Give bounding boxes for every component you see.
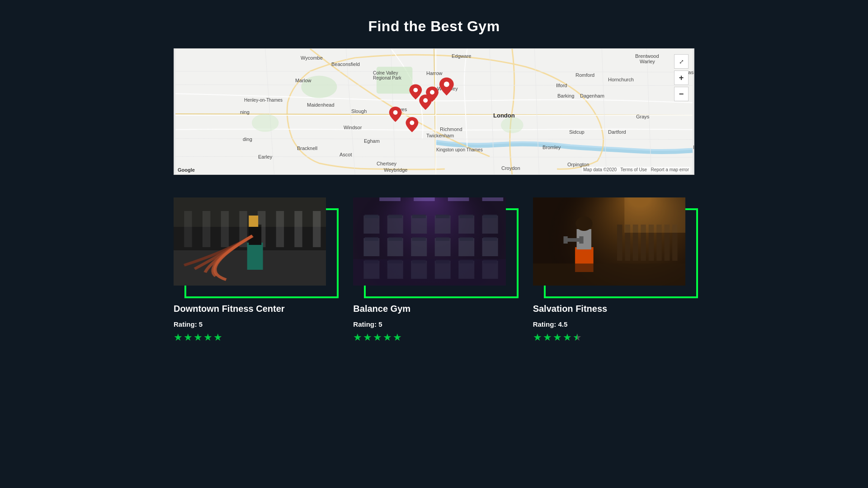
gym-name-3: Salvation Fitness bbox=[533, 304, 694, 314]
gym-info-1: Downtown Fitness Center Rating: 5 ★ ★ ★ … bbox=[174, 295, 335, 343]
gym-image-2 bbox=[353, 197, 505, 286]
gyms-grid: Downtown Fitness Center Rating: 5 ★ ★ ★ … bbox=[174, 197, 694, 343]
gym-image-wrapper-3 bbox=[533, 197, 694, 295]
gym-image-3 bbox=[533, 197, 685, 286]
svg-point-4 bbox=[301, 76, 337, 99]
gym-image-wrapper-1 bbox=[174, 197, 335, 295]
gym-star-3-5: ★ bbox=[573, 332, 582, 343]
map-google-logo: Google bbox=[178, 167, 195, 173]
gym-info-2: Balance Gym Rating: 5 ★ ★ ★ ★ ★ bbox=[353, 295, 514, 343]
gym-star-2-3: ★ bbox=[373, 332, 382, 343]
map-expand-button[interactable]: ⤢ bbox=[674, 54, 689, 69]
gym-star-2-5: ★ bbox=[393, 332, 402, 343]
gym-stars-1: ★ ★ ★ ★ ★ bbox=[174, 332, 335, 343]
gym-star-1-3: ★ bbox=[193, 332, 203, 343]
gym-rating-text-2: Rating: 5 bbox=[353, 320, 514, 328]
gym-star-1-5: ★ bbox=[213, 332, 222, 343]
gym-card-1[interactable]: Downtown Fitness Center Rating: 5 ★ ★ ★ … bbox=[174, 197, 335, 343]
gym-image-1 bbox=[174, 197, 326, 286]
gym-star-2-4: ★ bbox=[383, 332, 392, 343]
gym-star-3-2: ★ bbox=[543, 332, 552, 343]
gym-star-1-1: ★ bbox=[174, 332, 183, 343]
svg-point-6 bbox=[501, 117, 524, 133]
gym-stars-2: ★ ★ ★ ★ ★ bbox=[353, 332, 514, 343]
svg-rect-3 bbox=[377, 67, 412, 94]
gym-card-2[interactable]: Balance Gym Rating: 5 ★ ★ ★ ★ ★ bbox=[353, 197, 514, 343]
map-container: Wycombe Beaconsfield Edgware Brentwood W… bbox=[174, 48, 694, 175]
gym-info-3: Salvation Fitness Rating: 4.5 ★ ★ ★ ★ ★ bbox=[533, 295, 694, 343]
gym-star-1-2: ★ bbox=[184, 332, 193, 343]
gym-name-2: Balance Gym bbox=[353, 304, 514, 314]
gym-star-3-1: ★ bbox=[533, 332, 542, 343]
gym-name-1: Downtown Fitness Center bbox=[174, 304, 335, 314]
page-title: Find the Best Gym bbox=[0, 0, 868, 48]
gym-star-3-3: ★ bbox=[553, 332, 562, 343]
map-attribution: Map data ©2020 Terms of Use Report a map… bbox=[582, 167, 690, 173]
map-zoom-out-button[interactable]: − bbox=[674, 87, 689, 101]
svg-point-5 bbox=[252, 114, 279, 132]
gym-rating-text-1: Rating: 5 bbox=[174, 320, 335, 328]
gym-rating-text-3: Rating: 4.5 bbox=[533, 320, 694, 328]
gym-stars-3: ★ ★ ★ ★ ★ bbox=[533, 332, 694, 343]
gym-star-3-4: ★ bbox=[563, 332, 572, 343]
gym-star-2-2: ★ bbox=[363, 332, 372, 343]
gym-star-2-1: ★ bbox=[353, 332, 362, 343]
gym-image-wrapper-2 bbox=[353, 197, 514, 295]
gym-card-3[interactable]: Salvation Fitness Rating: 4.5 ★ ★ ★ ★ ★ bbox=[533, 197, 694, 343]
map-zoom-in-button[interactable]: + bbox=[674, 70, 689, 85]
gym-star-1-4: ★ bbox=[203, 332, 212, 343]
map-controls: ⤢ + − bbox=[674, 54, 689, 101]
